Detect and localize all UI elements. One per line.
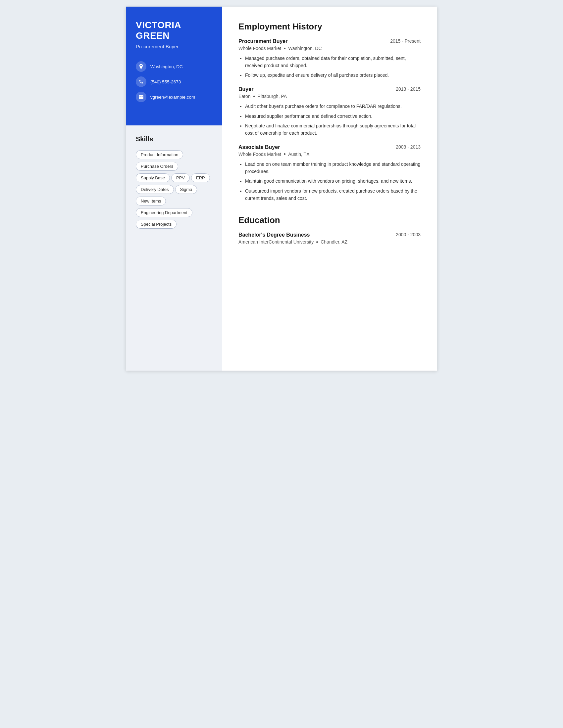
job-title: Associate Buyer <box>238 144 280 150</box>
job-dates: 2013 - 2015 <box>396 86 421 92</box>
skills-heading: Skills <box>136 135 212 143</box>
company-name: Eaton <box>238 94 251 99</box>
skill-badge: Purchase Orders <box>136 162 178 171</box>
bullet-item: Measured supplier performance and define… <box>245 113 421 120</box>
sidebar: VICTORIA GREEN Procurement Buyer Washing… <box>126 7 222 371</box>
separator-dot <box>284 153 286 155</box>
job-bullets: Lead one on one team member training in … <box>238 161 421 202</box>
job-dates: 2015 - Present <box>390 38 421 44</box>
contact-phone: (540) 555-2673 <box>136 76 212 87</box>
job-header: Associate Buyer2003 - 2013 <box>238 144 421 150</box>
job-title: Buyer <box>238 86 253 92</box>
skill-badge: Sigma <box>175 185 197 194</box>
job-entry: Procurement Buyer2015 - PresentWhole Foo… <box>238 38 421 79</box>
skill-badge: Supply Base <box>136 173 170 182</box>
edu-dates: 2000 - 2003 <box>396 232 421 237</box>
location-icon <box>136 61 146 72</box>
email-icon <box>136 92 146 102</box>
skill-badge: Engineering Department <box>136 208 192 217</box>
job-entry: Buyer2013 - 2015EatonPittsburgh, PAAudit… <box>238 86 421 137</box>
edu-separator-dot <box>316 241 318 243</box>
separator-dot <box>284 48 286 49</box>
bullet-item: Follow up, expedite and ensure delivery … <box>245 72 421 79</box>
phone-icon <box>136 76 146 87</box>
sidebar-blue-section: VICTORIA GREEN Procurement Buyer Washing… <box>126 7 222 125</box>
bullet-item: Lead one on one team member training in … <box>245 161 421 175</box>
education-entry: Bachelor's Degree Business2000 - 2003Ame… <box>238 232 421 245</box>
skill-badge: PPV <box>171 173 190 182</box>
job-title: Procurement Buyer <box>238 38 288 44</box>
contact-list: Washington, DC (540) 555-2673 <box>136 61 212 102</box>
job-location: Washington, DC <box>288 46 322 51</box>
skill-badge: Special Projects <box>136 220 176 229</box>
skill-badge: New Items <box>136 197 166 205</box>
skills-section: Skills Product InformationPurchase Order… <box>126 125 222 371</box>
job-header: Buyer2013 - 2015 <box>238 86 421 92</box>
job-location: Austin, TX <box>288 152 309 157</box>
resume-container: VICTORIA GREEN Procurement Buyer Washing… <box>126 7 437 371</box>
job-bullets: Audit other buyer's purchase orders for … <box>238 103 421 137</box>
candidate-title: Procurement Buyer <box>136 44 212 49</box>
candidate-name: VICTORIA GREEN <box>136 20 212 41</box>
job-header: Procurement Buyer2015 - Present <box>238 38 421 44</box>
bullet-item: Audit other buyer's purchase orders for … <box>245 103 421 110</box>
employment-heading: Employment History <box>238 22 421 32</box>
skill-badge: Delivery Dates <box>136 185 174 194</box>
job-entry: Associate Buyer2003 - 2013Whole Foods Ma… <box>238 144 421 202</box>
edu-school: American InterContinental UniversityChan… <box>238 239 421 245</box>
contact-email: vgreen@example.com <box>136 92 212 102</box>
edu-header: Bachelor's Degree Business2000 - 2003 <box>238 232 421 238</box>
company-name: Whole Foods Market <box>238 46 281 51</box>
skills-badges: Product InformationPurchase OrdersSupply… <box>136 149 212 230</box>
company-name: Whole Foods Market <box>238 152 281 157</box>
job-company: EatonPittsburgh, PA <box>238 94 421 99</box>
bullet-item: Managed purchase orders, obtained data f… <box>245 55 421 69</box>
bullet-item: Outsourced import vendors for new produc… <box>245 188 421 202</box>
bullet-item: Maintain good communication with vendors… <box>245 178 421 185</box>
job-company: Whole Foods MarketAustin, TX <box>238 152 421 157</box>
bullet-item: Negotiate and finalize commercial partne… <box>245 122 421 137</box>
job-dates: 2003 - 2013 <box>396 144 421 150</box>
contact-location: Washington, DC <box>136 61 212 72</box>
job-location: Pittsburgh, PA <box>258 94 287 99</box>
education-heading: Education <box>238 215 421 225</box>
job-bullets: Managed purchase orders, obtained data f… <box>238 55 421 79</box>
job-company: Whole Foods MarketWashington, DC <box>238 46 421 51</box>
main-content: Employment History Procurement Buyer2015… <box>222 7 437 371</box>
separator-dot <box>253 96 255 97</box>
education-container: Bachelor's Degree Business2000 - 2003Ame… <box>238 232 421 245</box>
jobs-container: Procurement Buyer2015 - PresentWhole Foo… <box>238 38 421 202</box>
edu-location: Chandler, AZ <box>321 239 348 245</box>
skill-badge: Product Information <box>136 150 183 159</box>
edu-degree: Bachelor's Degree Business <box>238 232 310 238</box>
school-name: American InterContinental University <box>238 239 314 245</box>
skill-badge: ERP <box>191 173 210 182</box>
